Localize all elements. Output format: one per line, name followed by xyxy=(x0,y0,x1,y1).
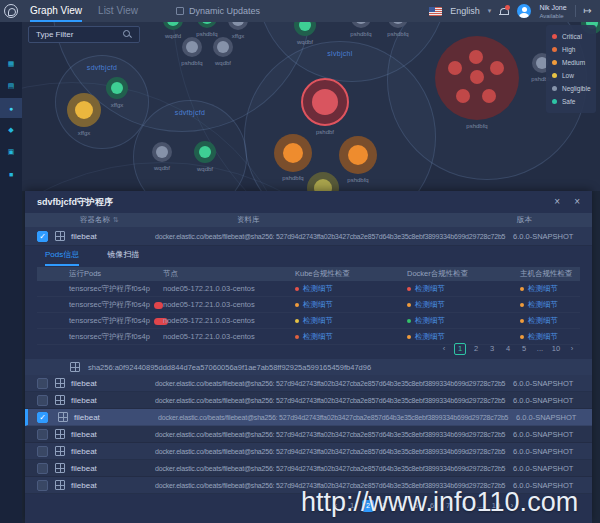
graph-node-core xyxy=(167,22,179,26)
row-checkbox[interactable] xyxy=(37,463,48,474)
row-checkbox[interactable] xyxy=(37,378,48,389)
pods-col-0: 运行Pods xyxy=(69,267,101,281)
row-checkbox[interactable] xyxy=(37,480,48,491)
pods-row[interactable]: tensorsec守护程序f0s4pnode05-172.21.0.03-cen… xyxy=(37,313,580,329)
col-container-name[interactable]: 容器名称⇅ xyxy=(80,213,119,227)
user-avatar[interactable] xyxy=(517,4,531,18)
critical-node[interactable] xyxy=(490,61,504,75)
logo-cell[interactable] xyxy=(0,0,22,22)
detail-link[interactable]: 检测细节 xyxy=(528,297,558,313)
container-list-row[interactable]: filebeatdocker.elastic.co/beats/filebeat… xyxy=(25,426,592,443)
page-5[interactable]: 5 xyxy=(518,343,530,355)
page-10[interactable]: 10 xyxy=(550,343,562,355)
search-icon xyxy=(123,30,132,39)
container-list-row[interactable]: filebeatdocker.elastic.co/beats/filebeat… xyxy=(25,460,592,477)
node-label: wqdbf xyxy=(191,60,255,66)
nav-tab-list-view[interactable]: List View xyxy=(98,0,138,22)
row-checkbox[interactable]: ✓ xyxy=(37,231,48,242)
critical-node[interactable] xyxy=(469,50,483,64)
nav-tab-graph-view[interactable]: Graph View xyxy=(30,0,82,22)
graph-canvas[interactable]: Type Filter CriticalHighMediumLowNegligi… xyxy=(22,22,600,191)
graph-node-neg[interactable] xyxy=(182,37,202,57)
sidebar-item-nodes[interactable]: ◆ xyxy=(0,120,22,140)
graph-node-core xyxy=(312,89,338,115)
container-repo: docker.elastic.co/beats/filebeat@sha256:… xyxy=(155,465,507,472)
graph-node-medium[interactable] xyxy=(339,136,377,174)
pods-row[interactable]: tensorsec守护程序f0s4pnode05-172.21.0.03-cen… xyxy=(37,281,580,297)
container-repo: docker.elastic.co/beats/filebeat@sha256:… xyxy=(155,448,507,455)
critical-node[interactable] xyxy=(456,89,470,103)
critical-node[interactable] xyxy=(482,89,496,103)
status-dot xyxy=(295,335,299,339)
detail-tabs: Pods信息镜像扫描 xyxy=(45,249,139,266)
status-dot xyxy=(520,319,524,323)
row-checkbox[interactable]: ✓ xyxy=(37,412,48,423)
page-4[interactable]: 4 xyxy=(502,343,514,355)
graph-node-low[interactable] xyxy=(67,93,101,127)
container-list-row[interactable]: filebeatdocker.elastic.co/beats/filebeat… xyxy=(25,375,592,392)
detail-link[interactable]: 检测细节 xyxy=(303,313,333,329)
row-checkbox[interactable] xyxy=(37,429,48,440)
page-2[interactable]: 2 xyxy=(470,343,482,355)
page-next[interactable]: › xyxy=(566,343,578,355)
language-selector[interactable]: English xyxy=(450,6,480,16)
detail-link[interactable]: 检测细节 xyxy=(303,281,333,297)
sidebar-item-dashboard[interactable]: ▦ xyxy=(0,54,22,74)
graph-node-neg[interactable] xyxy=(213,37,233,57)
page-prev[interactable]: ‹ xyxy=(438,343,450,355)
detail-link[interactable]: 检测细节 xyxy=(415,281,445,297)
row-checkbox[interactable] xyxy=(37,395,48,406)
pods-row[interactable]: tensorsec守护程序f0s4pnode05-172.21.0.03-cen… xyxy=(37,297,580,313)
panel-title: sdvfbjcfd守护程序 xyxy=(37,196,113,209)
graph-node-safe[interactable] xyxy=(106,77,128,99)
graph-node-medium[interactable] xyxy=(274,134,312,172)
image-hash-row[interactable]: sha256:a0f92440895ddd844d7ea57060056a9f1… xyxy=(25,359,592,375)
critical-node[interactable] xyxy=(470,70,484,84)
logout-icon[interactable]: ↦ xyxy=(584,6,592,16)
cluster-circle[interactable]: sdvfbjcfd xyxy=(133,100,247,191)
page-1[interactable]: 1 xyxy=(454,343,466,355)
detail-link[interactable]: 检测细节 xyxy=(415,297,445,313)
compliance-cell: 检测细节 xyxy=(407,297,445,313)
pod-node: node05-172.21.0.03-centos xyxy=(163,329,255,345)
container-version: 6.0.0-SNAPSHOT xyxy=(513,464,573,473)
graph-node-core xyxy=(355,22,367,24)
detail-link[interactable]: 检测细节 xyxy=(303,329,333,345)
tab--[interactable]: 镜像扫描 xyxy=(107,249,139,266)
graph-node-neg[interactable] xyxy=(152,142,172,162)
compliance-cell: 检测细节 xyxy=(520,313,558,329)
detail-link[interactable]: 检测细节 xyxy=(528,281,558,297)
page-3[interactable]: 3 xyxy=(486,343,498,355)
row-checkbox[interactable] xyxy=(37,446,48,457)
close-icon[interactable]: × xyxy=(574,197,580,207)
detail-link[interactable]: 检测细节 xyxy=(303,297,333,313)
compliance-cell: 检测细节 xyxy=(407,313,445,329)
detail-link[interactable]: 检测细节 xyxy=(415,313,445,329)
dynamic-updates-toggle[interactable]: Dynamic Updates xyxy=(176,6,260,16)
detail-link[interactable]: 检测细节 xyxy=(528,313,558,329)
chevron-down-icon: ▾ xyxy=(488,7,492,15)
compliance-cell: 检测细节 xyxy=(295,313,333,329)
graph-node-safe[interactable] xyxy=(194,141,216,163)
sidebar-item-settings[interactable]: ■ xyxy=(0,164,22,184)
type-filter-box[interactable]: Type Filter xyxy=(28,26,140,43)
sort-icon[interactable]: ⇅ xyxy=(113,216,119,223)
container-list-row[interactable]: filebeatdocker.elastic.co/beats/filebeat… xyxy=(25,392,592,409)
dynamic-updates-label: Dynamic Updates xyxy=(189,6,260,16)
dynamic-updates-checkbox[interactable] xyxy=(176,7,184,15)
critical-node[interactable] xyxy=(448,61,462,75)
graph-node-critical[interactable] xyxy=(301,78,349,126)
container-list-row[interactable]: filebeatdocker.elastic.co/beats/filebeat… xyxy=(25,443,592,460)
collapse-icon[interactable]: × xyxy=(554,197,560,207)
pods-col-4: 主机合规性检查 xyxy=(520,267,573,281)
graph-node-core xyxy=(217,41,229,53)
status-dot xyxy=(295,303,299,307)
sidebar-item-policies[interactable]: ▣ xyxy=(0,142,22,162)
container-table-header: 容器名称⇅ 资料库 版本 xyxy=(25,213,592,227)
sidebar-item-reports[interactable]: ▤ xyxy=(0,76,22,96)
container-list-row[interactable]: ✓filebeatdocker.elastic.co/beats/filebea… xyxy=(25,409,592,426)
container-row[interactable]: ✓ filebeat docker.elastic.co/beats/fileb… xyxy=(25,227,592,246)
tab-pods-[interactable]: Pods信息 xyxy=(45,249,79,266)
sidebar-item-graph-view[interactable]: ● xyxy=(0,98,22,118)
notifications-bell-icon[interactable] xyxy=(499,7,509,16)
